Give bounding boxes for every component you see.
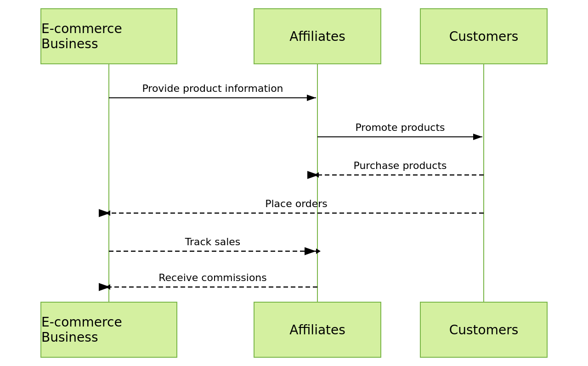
msg3-label: Purchase products: [354, 160, 447, 171]
actor-customers-top: Customers: [420, 8, 548, 64]
msg5-arrowhead: [316, 248, 321, 254]
actor-customers-bottom: Customers: [420, 302, 548, 358]
msg4-arrowhead: [106, 210, 110, 216]
actor-customers-bottom-label: Customers: [449, 322, 519, 338]
actor-ecommerce-bottom-label: E-commerce Business: [41, 315, 176, 345]
actor-ecommerce-bottom: E-commerce Business: [40, 302, 177, 358]
msg2-label: Promote products: [355, 122, 445, 133]
actor-affiliates-bottom: Affiliates: [254, 302, 381, 358]
actor-affiliates-top-label: Affiliates: [289, 29, 345, 44]
msg6-arrowhead: [106, 284, 110, 290]
sequence-diagram: E-commerce Business Affiliates Customers…: [0, 0, 588, 366]
actor-ecommerce-top-label: E-commerce Business: [41, 21, 176, 51]
msg1-label: Provide product information: [142, 83, 283, 94]
msg6-label: Receive commissions: [158, 272, 267, 283]
actor-affiliates-top: Affiliates: [254, 8, 381, 64]
actor-affiliates-bottom-label: Affiliates: [289, 322, 345, 338]
actor-ecommerce-top: E-commerce Business: [40, 8, 177, 64]
msg4-label: Place orders: [265, 198, 328, 209]
actor-customers-top-label: Customers: [449, 29, 519, 44]
msg3-arrowhead: [314, 172, 319, 178]
msg5-label: Track sales: [185, 236, 241, 248]
